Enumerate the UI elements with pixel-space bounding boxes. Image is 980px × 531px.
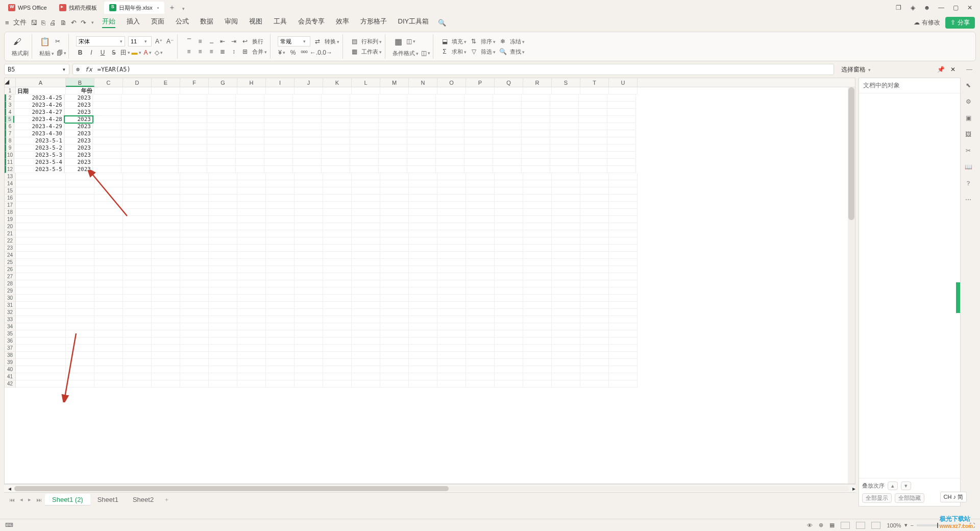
- cell[interactable]: [437, 330, 466, 337]
- cell[interactable]: [123, 295, 152, 302]
- cell[interactable]: [379, 102, 407, 109]
- cell[interactable]: [322, 123, 350, 130]
- cell[interactable]: [580, 316, 609, 323]
- cell[interactable]: [380, 345, 409, 352]
- cell[interactable]: [123, 280, 152, 287]
- cell[interactable]: [237, 380, 266, 388]
- cell[interactable]: [523, 366, 552, 373]
- cell[interactable]: [209, 259, 237, 266]
- orientation-icon[interactable]: ↕: [230, 47, 238, 56]
- cell[interactable]: [322, 137, 350, 144]
- cell[interactable]: [466, 259, 495, 266]
- cell[interactable]: [409, 323, 437, 330]
- cell[interactable]: [66, 309, 94, 316]
- cell[interactable]: [352, 209, 380, 216]
- cell[interactable]: [237, 223, 266, 230]
- cell[interactable]: [579, 159, 607, 166]
- menu-tab-1[interactable]: 插入: [127, 17, 140, 28]
- cell[interactable]: [380, 216, 409, 223]
- cell[interactable]: [16, 202, 66, 209]
- cell[interactable]: [152, 287, 180, 295]
- row-header[interactable]: 13: [5, 173, 16, 180]
- cell[interactable]: 2023-4-28: [14, 116, 64, 123]
- cell[interactable]: [380, 266, 409, 273]
- cell[interactable]: [293, 152, 322, 159]
- cell[interactable]: [464, 137, 493, 144]
- cell[interactable]: [236, 159, 264, 166]
- cell[interactable]: [495, 380, 523, 388]
- cell[interactable]: [266, 373, 295, 380]
- cell[interactable]: [466, 209, 495, 216]
- cell[interactable]: [66, 323, 94, 330]
- ime-indicator[interactable]: CH ♪ 简: [940, 492, 967, 502]
- cell[interactable]: [264, 102, 293, 109]
- cell[interactable]: [379, 94, 407, 102]
- cell[interactable]: [266, 337, 295, 345]
- window-close-button[interactable]: ✕: [963, 4, 977, 11]
- cell[interactable]: [237, 237, 266, 245]
- cell[interactable]: [550, 116, 579, 123]
- cloud-modified[interactable]: ☁ 有修改: [914, 18, 940, 27]
- cell[interactable]: [66, 180, 94, 187]
- cell[interactable]: [123, 223, 152, 230]
- cell[interactable]: [350, 102, 379, 109]
- column-header[interactable]: R: [523, 78, 552, 87]
- cell[interactable]: [352, 273, 380, 280]
- cell[interactable]: [352, 330, 380, 337]
- column-header[interactable]: K: [323, 78, 352, 87]
- row-header[interactable]: 36: [5, 337, 16, 345]
- cell[interactable]: [609, 237, 638, 245]
- cell[interactable]: [580, 223, 609, 230]
- cell[interactable]: [466, 287, 495, 295]
- cell[interactable]: [152, 337, 180, 345]
- font-name-input[interactable]: [77, 38, 117, 44]
- cell[interactable]: [352, 287, 380, 295]
- app-tab-wps[interactable]: WPS Office: [3, 2, 52, 14]
- cell[interactable]: [66, 280, 94, 287]
- cell[interactable]: [352, 195, 380, 202]
- cell[interactable]: [495, 87, 523, 94]
- doc-tab[interactable]: 日期年份.xlsx •: [104, 2, 164, 14]
- cell[interactable]: [407, 144, 436, 152]
- window-panel-icon[interactable]: ❐: [891, 4, 905, 11]
- cell[interactable]: [466, 280, 495, 287]
- cell[interactable]: [180, 180, 209, 187]
- cell[interactable]: [407, 130, 436, 137]
- cell[interactable]: [380, 287, 409, 295]
- cell[interactable]: [93, 130, 121, 137]
- sheet-tab[interactable]: Sheet2: [126, 494, 161, 505]
- cell[interactable]: [209, 173, 237, 180]
- row-col-label[interactable]: 行和列: [361, 38, 382, 45]
- cell[interactable]: [379, 166, 407, 173]
- cell[interactable]: [495, 287, 523, 295]
- cell[interactable]: [295, 216, 323, 223]
- row-header[interactable]: 29: [5, 287, 16, 295]
- cell[interactable]: [207, 152, 236, 159]
- cell[interactable]: [580, 252, 609, 259]
- wrap-text-icon[interactable]: ↩: [241, 37, 249, 45]
- cell[interactable]: [550, 109, 579, 116]
- cell[interactable]: [579, 94, 607, 102]
- cell[interactable]: [380, 316, 409, 323]
- cell[interactable]: [437, 180, 466, 187]
- cell[interactable]: [94, 345, 123, 352]
- column-header[interactable]: L: [352, 78, 380, 87]
- cell[interactable]: [552, 287, 580, 295]
- cell[interactable]: [466, 302, 495, 309]
- row-header[interactable]: 8: [5, 137, 14, 144]
- cell[interactable]: [293, 137, 322, 144]
- cell[interactable]: [409, 230, 437, 237]
- cell[interactable]: [236, 152, 264, 159]
- cell[interactable]: [66, 173, 94, 180]
- cell[interactable]: [350, 137, 379, 144]
- cell[interactable]: [264, 166, 293, 173]
- cell[interactable]: [16, 309, 66, 316]
- cell[interactable]: [180, 259, 209, 266]
- cell[interactable]: [580, 273, 609, 280]
- sum-icon[interactable]: Σ: [440, 47, 449, 56]
- cell[interactable]: [293, 123, 322, 130]
- cell[interactable]: [266, 380, 295, 388]
- cell[interactable]: [609, 345, 638, 352]
- cell[interactable]: [236, 166, 264, 173]
- cell[interactable]: [352, 223, 380, 230]
